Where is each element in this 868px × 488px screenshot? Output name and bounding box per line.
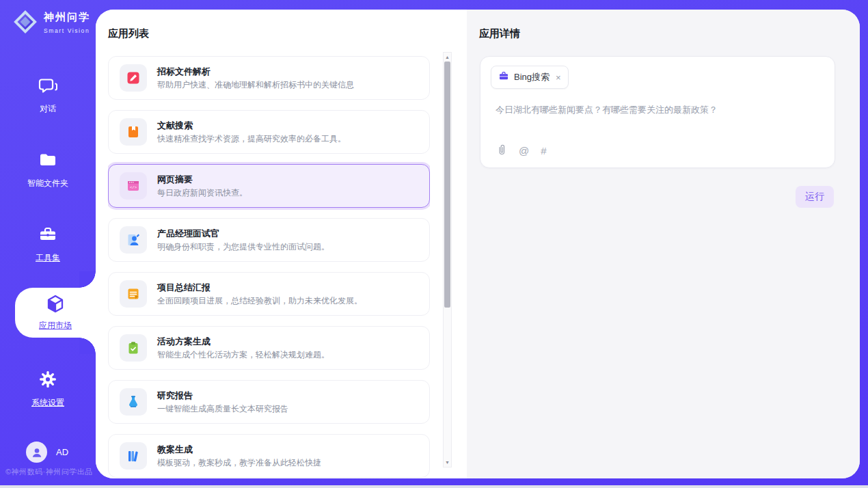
app-card-literature-search[interactable]: 文献搜索 快速精准查找学术资源，提高研究效率的必备工具。 (108, 110, 430, 154)
hash-icon[interactable]: # (541, 145, 546, 157)
gear-icon (38, 380, 58, 392)
app-card-lesson-plan[interactable]: 教案生成 模板驱动，教案秒成，教学准备从此轻松快捷 (108, 434, 430, 478)
interviewer-icon (120, 226, 147, 254)
app-logo: 神州问学 Smart Vision (12, 9, 90, 38)
app-card-title: 教案生成 (157, 445, 321, 455)
books-icon (120, 442, 147, 470)
brand-tagline: Smart Vision (44, 27, 90, 34)
app-card-pm-interviewer[interactable]: 产品经理面试官 明确身份和职责，为您提供专业性的面试问题。 (108, 218, 430, 262)
briefcase-icon (498, 70, 509, 84)
user-name: AD (56, 447, 68, 457)
brand-diamond-icon (12, 9, 38, 38)
app-card-title: 产品经理面试官 (157, 229, 329, 239)
app-card-desc: 帮助用户快速、准确地理解和解析招标书中的关键信息 (157, 81, 354, 90)
app-card-list: 招标文件解析 帮助用户快速、准确地理解和解析招标书中的关键信息 文献搜索 快速精… (108, 52, 430, 478)
user-icon (30, 446, 44, 459)
sidebar-item-label: 对话 (0, 103, 96, 115)
sidebar-item-toolset[interactable]: 工具集 (0, 224, 96, 264)
close-icon[interactable]: × (556, 73, 561, 82)
prompt-card: Bing搜索 × 今日湖北有哪些新闻要点？有哪些需要关注的最新政策？ @ # (480, 56, 835, 168)
app-card-title: 活动方案生成 (157, 337, 329, 347)
flask-icon (120, 388, 147, 416)
sidebar-item-settings[interactable]: 系统设置 (0, 369, 96, 409)
scroll-up-icon[interactable]: ▲ (444, 55, 451, 59)
app-card-event-plan[interactable]: 活动方案生成 智能生成个性化活动方案，轻松解决规划难题。 (108, 326, 430, 370)
app-card-desc: 快速精准查找学术资源，提高研究效率的必备工具。 (157, 135, 346, 144)
app-card-title: 招标文件解析 (157, 67, 354, 77)
sidebar: 神州问学 Smart Vision 对话 智能文件夹 (0, 0, 96, 488)
cube-icon (44, 306, 66, 317)
brand-name: 神州问学 (44, 11, 90, 23)
browser-icon: </> (120, 172, 147, 200)
app-card-desc: 明确身份和职责，为您提供专业性的面试问题。 (157, 243, 329, 252)
input-toolbar: @ # (496, 143, 547, 159)
avatar (26, 442, 47, 463)
app-card-desc: 模板驱动，教案秒成，教学准备从此轻松快捷 (157, 459, 321, 467)
sidebar-item-smart-folder[interactable]: 智能文件夹 (0, 150, 96, 189)
sidebar-item-app-market[interactable]: 应用市场 (15, 288, 96, 338)
app-list-panel: 应用列表 招标文件解析 帮助用户快速、准确地理解和解析招标书中的关键信息 (96, 10, 467, 478)
app-card-desc: 每日政府新闻资讯快查。 (157, 189, 247, 198)
clipboard-icon (120, 334, 147, 362)
app-card-project-summary[interactable]: 项目总结汇报 全面回顾项目进展，总结经验教训，助力未来优化发展。 (108, 272, 430, 316)
sidebar-item-chat[interactable]: 对话 (0, 75, 96, 115)
scrollbar-thumb[interactable] (444, 62, 450, 308)
paperclip-icon[interactable] (496, 143, 507, 159)
book-icon (120, 118, 147, 146)
app-card-tender-analysis[interactable]: 招标文件解析 帮助用户快速、准确地理解和解析招标书中的关键信息 (108, 56, 430, 100)
user-account[interactable]: AD (26, 442, 68, 463)
app-detail-title: 应用详情 (479, 27, 860, 40)
scroll-down-icon[interactable]: ▼ (444, 460, 451, 465)
sidebar-item-label: 智能文件夹 (0, 178, 96, 189)
run-button[interactable]: 运行 (796, 186, 834, 208)
note-icon (120, 280, 147, 308)
tag-label: Bing搜索 (514, 71, 550, 83)
app-card-title: 文献搜索 (157, 121, 346, 131)
copyright-footer: ©神州数码·神州问学出品 (5, 467, 93, 477)
app-card-title: 网页摘要 (157, 175, 247, 185)
app-card-web-summary[interactable]: </> 网页摘要 每日政府新闻资讯快查。 (108, 164, 430, 208)
briefcase-icon (38, 235, 58, 247)
bottom-edge-strip (0, 485, 868, 488)
app-card-desc: 一键智能生成高质量长文本研究报告 (157, 405, 288, 414)
chat-icon (38, 86, 58, 98)
tool-tag-bing-search[interactable]: Bing搜索 × (491, 66, 569, 89)
folder-icon (38, 161, 58, 172)
app-list-scrollbar[interactable]: ▲ ▼ (443, 52, 452, 467)
app-card-title: 项目总结汇报 (157, 283, 362, 293)
app-card-title: 研究报告 (157, 391, 288, 401)
sidebar-item-label: 应用市场 (15, 320, 96, 331)
app-card-research-report[interactable]: 研究报告 一键智能生成高质量长文本研究报告 (108, 380, 430, 424)
app-card-desc: 智能生成个性化活动方案，轻松解决规划难题。 (157, 351, 329, 360)
query-input[interactable]: 今日湖北有哪些新闻要点？有哪些需要关注的最新政策？ (496, 104, 821, 116)
main-window: 应用列表 招标文件解析 帮助用户快速、准确地理解和解析招标书中的关键信息 (96, 10, 860, 478)
pen-icon (120, 64, 147, 92)
app-detail-panel: 应用详情 Bing搜索 × 今日湖北有哪些新闻要点？有哪些需要关注的最新政策？ (467, 10, 860, 478)
sidebar-item-label: 系统设置 (0, 397, 96, 409)
at-icon[interactable]: @ (519, 145, 529, 157)
app-list-title: 应用列表 (108, 27, 467, 40)
sidebar-item-label: 工具集 (0, 252, 96, 264)
svg-text:</>: </> (130, 185, 137, 190)
app-card-desc: 全面回顾项目进展，总结经验教训，助力未来优化发展。 (157, 297, 362, 306)
